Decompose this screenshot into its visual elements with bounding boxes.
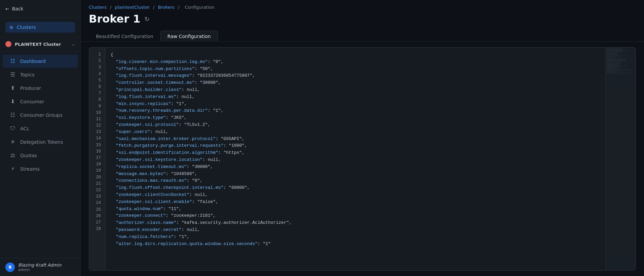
refresh-icon[interactable]: ↻ xyxy=(144,15,149,23)
line-number: 15 xyxy=(89,142,105,148)
line-number: 1 xyxy=(89,51,105,58)
sidebar-item-label: Producer xyxy=(20,85,41,91)
sidebar-item-streams[interactable]: ⚡ Streams xyxy=(3,162,78,175)
page-header: Broker 1 ↻ xyxy=(81,11,644,31)
cluster-selector[interactable]: PLAINTEXT Cluster ⌄ xyxy=(0,37,80,51)
code-content[interactable]: { "log.cleaner.min.compaction.lag.ms": "… xyxy=(105,47,605,270)
sidebar-item-consumer[interactable]: ⬇ Consumer xyxy=(3,95,78,108)
code-container: 1234567891011121314151617181920212223242… xyxy=(89,47,636,271)
page-title: Broker 1 xyxy=(89,12,140,25)
code-line: "log.flush.offset.checkpoint.interval.ms… xyxy=(111,184,600,192)
line-number: 24 xyxy=(89,200,105,206)
line-number: 21 xyxy=(89,181,105,187)
sidebar-item-consumer-groups[interactable]: ☷ Consumer Groups xyxy=(3,108,78,122)
code-line: "message.max.bytes": "1048588", xyxy=(111,171,600,178)
code-line: "quota.window.num": "11", xyxy=(111,206,600,213)
sidebar-footer: B Blazing Kraft Admin admin xyxy=(0,258,80,276)
breadcrumb-clusters[interactable]: Clusters xyxy=(89,5,107,10)
line-number: 3 xyxy=(89,64,105,71)
clusters-button[interactable]: ⊛ Clusters xyxy=(5,22,75,33)
breadcrumb-cluster[interactable]: plaintextCluster xyxy=(115,5,150,10)
consumer-groups-icon: ☷ xyxy=(9,112,16,118)
minimap: { "log.cleaner.min.compaction.lag.ms": "… xyxy=(605,47,636,270)
sidebar-item-label: Dashboard xyxy=(20,59,46,64)
consumer-icon: ⬇ xyxy=(9,98,16,105)
sidebar-item-label: Delegation Tokens xyxy=(20,139,63,145)
code-line: "sasl.mechanism.inter.broker.protocol": … xyxy=(111,136,600,143)
breadcrumb-sep-2: / xyxy=(153,5,156,10)
sidebar-item-label: Streams xyxy=(20,166,40,172)
code-line: "log.flush.interval.messages": "92233720… xyxy=(111,72,600,79)
line-number: 13 xyxy=(89,129,105,135)
code-line: "fetch.purgatory.purge.interval.requests… xyxy=(111,142,600,149)
user-name: Blazing Kraft Admin xyxy=(18,263,61,268)
acl-shield-icon: 🛡 xyxy=(9,125,16,132)
cluster-status-dot xyxy=(5,41,11,47)
line-numbers: 1234567891011121314151617181920212223242… xyxy=(89,47,105,270)
sidebar-item-quotas[interactable]: ⚖ Quotas xyxy=(3,149,78,162)
code-line: "password.encoder.secret": null, xyxy=(111,227,600,234)
line-number: 17 xyxy=(89,155,105,161)
line-number: 2 xyxy=(89,58,105,64)
code-line: "zookeeper.ssl.protocol": "TLSv1.2", xyxy=(111,122,600,129)
line-number: 7 xyxy=(89,90,105,97)
code-line: "min.insync.replicas": "1", xyxy=(111,101,600,108)
sidebar-item-acl[interactable]: 🛡 ACL xyxy=(3,122,78,135)
code-line: "log.cleaner.min.compaction.lag.ms": "0"… xyxy=(111,59,600,66)
quotas-icon: ⚖ xyxy=(9,152,16,159)
sidebar-item-label: Consumer Groups xyxy=(20,112,63,118)
code-line: "connections.max.reauth.ms": "0", xyxy=(111,177,600,184)
line-number: 20 xyxy=(89,174,105,181)
streams-icon: ⚡ xyxy=(9,166,16,172)
line-number: 28 xyxy=(89,226,105,232)
clusters-label: Clusters xyxy=(17,25,36,30)
code-line: "zookeeper.connect": "zookeeper:2181", xyxy=(111,212,600,219)
sidebar-item-label: Consumer xyxy=(20,99,44,104)
code-line: { xyxy=(111,51,600,59)
sidebar-item-label: ACL xyxy=(20,126,29,131)
line-number: 14 xyxy=(89,135,105,142)
sidebar: ← Back ⊛ Clusters PLAINTEXT Cluster ⌄ ☷ … xyxy=(0,0,81,276)
line-number: 6 xyxy=(89,84,105,90)
user-role: admin xyxy=(18,268,61,272)
chevron-down-icon: ⌄ xyxy=(72,42,75,46)
line-number: 12 xyxy=(89,123,105,129)
sidebar-item-topics[interactable]: ☰ Topics xyxy=(3,68,78,81)
main-content: Clusters / plaintextCluster / Brokers / … xyxy=(81,0,644,276)
code-line: "zookeeper.ssl.keystore.location": null, xyxy=(111,157,600,164)
sidebar-item-label: Topics xyxy=(20,72,35,77)
code-line: "offsets.topic.num.partitions": "50", xyxy=(111,66,600,73)
code-line: "replica.socket.timeout.ms": "30000", xyxy=(111,164,600,171)
line-number: 25 xyxy=(89,207,105,213)
tab-beautified[interactable]: Beautified Configuration xyxy=(89,31,160,42)
sidebar-item-delegation-tokens[interactable]: ✳ Delegation Tokens xyxy=(3,135,78,148)
nav-items: ☷ Dashboard ☰ Topics ⬆ Producer ⬇ Consum… xyxy=(0,51,80,258)
sidebar-item-dashboard[interactable]: ☷ Dashboard xyxy=(3,55,78,68)
code-line: "authorizer.class.name": "kafka.security… xyxy=(111,219,600,227)
producer-icon: ⬆ xyxy=(9,85,16,91)
tab-raw[interactable]: Raw Configuration xyxy=(160,31,218,42)
code-line: "log.flush.interval.ms": null, xyxy=(111,94,600,101)
clusters-grid-icon: ⊛ xyxy=(9,25,13,30)
breadcrumb-sep-1: / xyxy=(110,5,113,10)
cluster-name-label: PLAINTEXT Cluster xyxy=(15,42,68,47)
line-number: 11 xyxy=(89,116,105,123)
sidebar-item-producer[interactable]: ⬆ Producer xyxy=(3,81,78,95)
sidebar-item-label: Quotas xyxy=(20,153,37,158)
line-number: 22 xyxy=(89,187,105,194)
line-number: 27 xyxy=(89,219,105,226)
line-number: 16 xyxy=(89,148,105,155)
back-button[interactable]: ← Back xyxy=(0,0,80,18)
breadcrumb-sep-3: / xyxy=(178,5,181,10)
topics-icon: ☰ xyxy=(9,71,16,78)
code-line: "num.recovery.threads.per.data.dir": "1"… xyxy=(111,107,600,114)
line-number: 4 xyxy=(89,71,105,77)
user-info: Blazing Kraft Admin admin xyxy=(18,263,61,272)
breadcrumb-brokers[interactable]: Brokers xyxy=(158,5,175,10)
breadcrumb: Clusters / plaintextCluster / Brokers / … xyxy=(81,0,644,11)
line-number: 5 xyxy=(89,77,105,84)
code-line: "controller.socket.timeout.ms": "30000", xyxy=(111,79,600,87)
code-line: "num.replica.fetchers": "1", xyxy=(111,234,600,241)
line-number: 10 xyxy=(89,110,105,116)
line-number: 9 xyxy=(89,103,105,110)
